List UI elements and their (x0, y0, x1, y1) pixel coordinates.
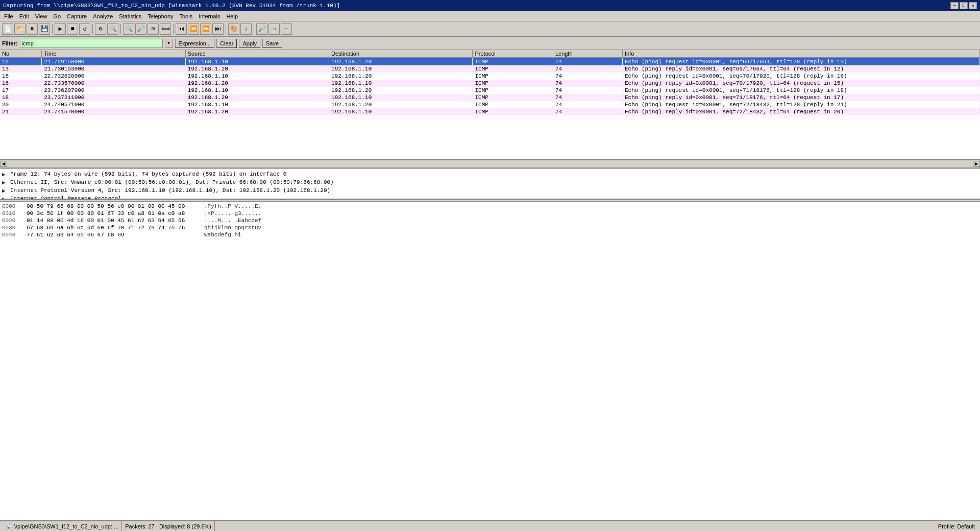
open-button[interactable]: 📂 (14, 23, 26, 35)
expand-icon[interactable]: ▶ (2, 196, 8, 200)
detail-row[interactable]: ▶Frame 12: 74 bytes on wire (592 bits), … (2, 170, 978, 178)
cell-proto: ICMP (473, 73, 553, 80)
expand-icon[interactable]: ▶ (2, 187, 8, 194)
go-first-button[interactable]: ⏮ (176, 23, 187, 35)
menu-item-capture[interactable]: Capture (64, 12, 90, 20)
stop-capture-button[interactable]: ■ (67, 23, 78, 35)
go-next-button[interactable]: ⏩ (200, 23, 211, 35)
detail-row[interactable]: ▶Ethernet II, Src: Vmware_c0:00:01 (00:5… (2, 178, 978, 186)
bytes-row: 000000 50 79 66 68 00 00 50 56 c0 00 01 … (2, 203, 978, 210)
go-last-button[interactable]: ⏭ (212, 23, 224, 35)
detail-text: Internet Control Message Protocol (10, 196, 121, 200)
filter-dropdown[interactable]: ▼ (165, 39, 173, 48)
expand-icon[interactable]: ▶ (2, 171, 8, 178)
detail-text: Ethernet II, Src: Vmware_c0:00:01 (00:50… (10, 179, 334, 185)
cell-info: Echo (ping) request id=0x0001, seq=72/18… (623, 101, 980, 108)
cell-dst: 192.168.1.20 (329, 58, 473, 65)
normal-size-button[interactable]: ⊙ (148, 23, 159, 35)
start-capture-button[interactable]: ▶ (55, 23, 66, 35)
detail-row[interactable]: ▶Internet Protocol Version 4, Src: 192.1… (2, 186, 978, 195)
detail-row[interactable]: ▶Internet Control Message Protocol (2, 195, 978, 200)
bytes-offset: 0000 (2, 203, 22, 209)
table-row[interactable]: 2124.741570000192.168.1.20192.168.1.10IC… (0, 108, 980, 115)
apply-button[interactable]: Apply (239, 39, 260, 48)
cell-src: 192.168.1.10 (185, 101, 329, 108)
close-button-tb[interactable]: ✖ (27, 23, 38, 35)
detail-pane: ▶Frame 12: 74 bytes on wire (592 bits), … (0, 169, 980, 200)
cell-time: 23.736207000 (42, 87, 185, 94)
packet-list-pane: No. Time Source Destination Protocol Len… (0, 50, 980, 160)
expand-icon[interactable]: ▶ (2, 179, 8, 186)
minimize-button[interactable]: ─ (950, 2, 959, 9)
filter-label: Filter: (2, 40, 18, 46)
resize-columns-button[interactable]: ⟺ (160, 23, 171, 35)
capture-filters-button[interactable]: 🔍 (107, 23, 118, 35)
hscroll-track[interactable] (7, 161, 973, 166)
detail-text: Frame 12: 74 bytes on wire (592 bits), 7… (10, 171, 286, 177)
zoom-in-button[interactable]: 🔍 (123, 23, 134, 35)
menu-item-view[interactable]: View (32, 12, 51, 20)
restart-capture-button[interactable]: ↺ (79, 23, 90, 35)
hscroll-left-btn[interactable]: ◀ (0, 161, 7, 167)
colorize-button[interactable]: 🎨 (228, 23, 239, 35)
bytes-hex: 00 3c 50 1f 00 00 80 01 67 33 c0 a8 01 0… (27, 210, 200, 216)
table-row[interactable]: 1522.732628000192.168.1.10192.168.1.20IC… (0, 73, 980, 80)
zoom-out-button[interactable]: 🔎 (135, 23, 146, 35)
status-profile: Profile: Default (215, 521, 978, 531)
menu-item-file[interactable]: File (1, 12, 16, 20)
col-header-dst[interactable]: Destination (329, 50, 473, 58)
cell-dst: 192.168.1.10 (329, 94, 473, 101)
col-header-src[interactable]: Source (185, 50, 329, 58)
go-prev-button[interactable]: ⏪ (188, 23, 199, 35)
packet-list-scroll[interactable]: No. Time Source Destination Protocol Len… (0, 50, 980, 159)
maximize-button[interactable]: □ (960, 2, 968, 9)
auto-scroll-button[interactable]: ↓ (240, 23, 252, 35)
options-button[interactable]: ⚙ (95, 23, 106, 35)
cell-dst: 192.168.1.10 (329, 80, 473, 87)
col-header-len[interactable]: Length (553, 50, 622, 58)
menu-item-go[interactable]: Go (50, 12, 64, 20)
menu-item-help[interactable]: Help (223, 12, 241, 20)
cell-time: 22.732628000 (42, 73, 185, 80)
col-header-proto[interactable]: Protocol (473, 50, 553, 58)
table-row[interactable]: 1622.733576000192.168.1.20192.168.1.10IC… (0, 80, 980, 87)
table-row[interactable]: 1221.729158000192.168.1.10192.168.1.20IC… (0, 58, 980, 65)
toolbar-sep-2 (92, 24, 93, 34)
table-row[interactable]: 1723.736207000192.168.1.10192.168.1.20IC… (0, 87, 980, 94)
cell-no: 13 (0, 65, 42, 73)
new-capture-button[interactable]: 📄 (2, 23, 13, 35)
col-header-no[interactable]: No. (0, 50, 42, 58)
find-packet-button[interactable]: 🔎 (256, 23, 267, 35)
hscroll-bar[interactable]: ◀ ▶ (0, 160, 980, 167)
col-header-info[interactable]: Info (623, 50, 980, 58)
hscroll-right-btn[interactable]: ▶ (973, 161, 980, 167)
cell-no: 12 (0, 58, 42, 65)
find-next-button[interactable]: → (268, 23, 280, 35)
clear-button[interactable]: Clear (216, 39, 237, 48)
save-filter-button[interactable]: Save (262, 39, 282, 48)
find-prev-button[interactable]: ← (281, 23, 292, 35)
status-file-text: \\pipe\GNS3\SW1_f12_to_C2_nio_udp: ... (14, 523, 118, 529)
cell-time: 21.729158000 (42, 58, 185, 65)
cell-no: 15 (0, 73, 42, 80)
bytes-ascii: wabcdefg hi (204, 232, 241, 238)
toolbar-sep-4 (173, 24, 174, 34)
menu-item-analyze[interactable]: Analyze (90, 12, 116, 20)
table-row[interactable]: 1823.737211000192.168.1.20192.168.1.10IC… (0, 94, 980, 101)
filter-input[interactable] (20, 39, 163, 48)
table-row[interactable]: 1321.730153000192.168.1.20192.168.1.10IC… (0, 65, 980, 73)
save-button[interactable]: 💾 (39, 23, 50, 35)
menu-item-edit[interactable]: Edit (16, 12, 32, 20)
expression-button[interactable]: Expression... (175, 39, 215, 48)
menu-item-internals[interactable]: Internals (195, 12, 223, 20)
close-button[interactable]: ✕ (969, 2, 977, 9)
col-header-time[interactable]: Time (42, 50, 185, 58)
menu-item-tools[interactable]: Tools (177, 12, 196, 20)
toolbar-sep-5 (226, 24, 226, 34)
table-row[interactable]: 2024.740571000192.168.1.10192.168.1.20IC… (0, 101, 980, 108)
menu-item-statistics[interactable]: Statistics (116, 12, 144, 20)
cell-len: 74 (553, 87, 622, 94)
menu-item-telephony[interactable]: Telephony (144, 12, 176, 20)
cell-time: 21.730153000 (42, 65, 185, 73)
cell-src: 192.168.1.20 (185, 94, 329, 101)
